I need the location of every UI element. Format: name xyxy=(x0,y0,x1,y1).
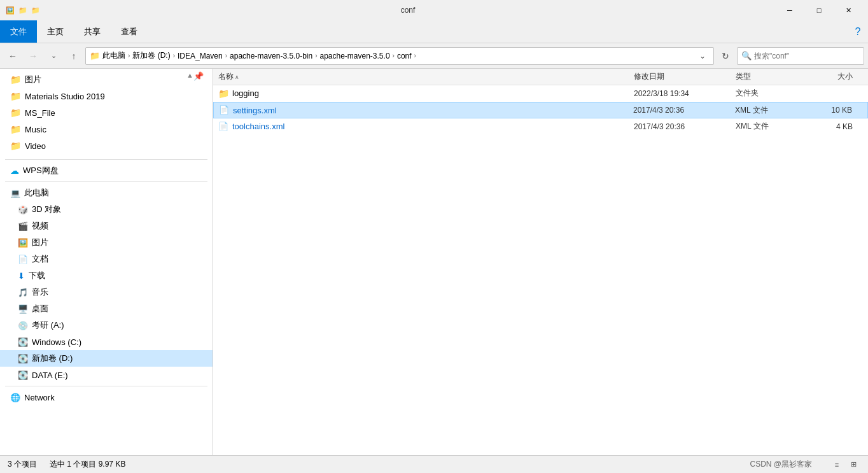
col-header-type[interactable]: 类型 xyxy=(736,71,812,82)
sidebar-item-materials-studio[interactable]: 📁 Materials Studio 2019 xyxy=(0,88,213,104)
large-icons-button[interactable]: ⊞ xyxy=(846,458,860,472)
search-box[interactable]: 🔍 xyxy=(737,47,864,65)
file-name-toolchains-xml: toolchains.xml xyxy=(232,122,634,131)
tab-view[interactable]: 查看 xyxy=(111,20,148,43)
cloud-icon: ☁ xyxy=(10,166,19,176)
download-icon: ⬇ xyxy=(18,271,25,281)
sidebar-item-label: 音乐 xyxy=(32,286,48,298)
file-name-logging: logging xyxy=(232,88,634,98)
file-type-settings-xml: XML 文件 xyxy=(735,105,811,116)
tab-file[interactable]: 文件 xyxy=(0,20,37,43)
sidebar-item-video[interactable]: 🎬 视频 xyxy=(0,218,213,234)
sidebar-item-drive-c[interactable]: 💽 Windows (C:) xyxy=(0,334,213,350)
window-title: conf xyxy=(45,6,771,15)
sidebar-item-label: 视频 xyxy=(32,220,48,232)
address-bar[interactable]: 📁 此电脑 › 新加卷 (D:) › IDEA_Maven › apache-m… xyxy=(85,47,714,65)
recent-button[interactable]: ⌄ xyxy=(45,47,62,65)
sidebar-item-docs[interactable]: 📄 文档 xyxy=(0,251,213,267)
watermark: CSDN @黑衫客家 xyxy=(750,459,812,470)
sidebar-item-desktop[interactable]: 🖥️ 桌面 xyxy=(0,300,213,317)
title-bar-icons: 🖼️ 📁 📁 xyxy=(5,5,41,15)
folder-icon: 📁 xyxy=(10,141,21,151)
file-size-toolchains-xml: 4 KB xyxy=(812,122,863,131)
col-header-date[interactable]: 修改日期 xyxy=(634,71,736,82)
sidebar-item-drive-a[interactable]: 💿 考研 (A:) xyxy=(0,317,213,334)
address-folder-icon: 📁 xyxy=(90,51,100,60)
file-type-toolchains-xml: XML 文件 xyxy=(736,121,812,132)
file-row-settings-xml[interactable]: 📄 settings.xml 2017/4/3 20:36 XML 文件 10 … xyxy=(213,102,868,118)
file-list-header: 名称 ∧ 修改日期 类型 大小 xyxy=(213,69,868,85)
file-row-toolchains-xml[interactable]: 📄 toolchains.xml 2017/4/3 20:36 XML 文件 4… xyxy=(213,118,868,135)
title-bar: 🖼️ 📁 📁 conf ─ □ ✕ xyxy=(0,0,868,20)
file-name-settings-xml: settings.xml xyxy=(233,106,633,115)
address-chevron-5: › xyxy=(393,52,395,59)
title-icon-3: 📁 xyxy=(31,5,41,15)
sidebar-item-wps[interactable]: ☁ WPS网盘 xyxy=(0,162,213,179)
back-button[interactable]: ← xyxy=(4,47,22,65)
drive-icon: 💽 xyxy=(18,371,28,380)
refresh-button[interactable]: ↻ xyxy=(717,47,734,65)
details-view-button[interactable]: ≡ xyxy=(830,458,844,472)
forward-button[interactable]: → xyxy=(24,47,42,65)
folder-icon: 📁 xyxy=(10,91,21,101)
sidebar-item-3d[interactable]: 🎲 3D 对象 xyxy=(0,201,213,218)
address-segment-bin[interactable]: apache-maven-3.5.0-bin xyxy=(230,52,312,60)
network-icon: 🌐 xyxy=(10,393,20,402)
sidebar: 📌 ▲ 📁 图片 📁 Materials Studio 2019 📁 MS_Fi… xyxy=(0,69,213,455)
help-button[interactable]: ? xyxy=(848,20,868,43)
minimize-button[interactable]: ─ xyxy=(775,0,804,20)
sidebar-item-this-pc[interactable]: 💻 此电脑 xyxy=(0,185,213,201)
address-chevron-3: › xyxy=(225,52,227,59)
selected-info: 选中 1 个项目 9.97 KB xyxy=(50,459,125,470)
address-segment-350[interactable]: apache-maven-3.5.0 xyxy=(319,52,389,60)
col-header-name[interactable]: 名称 ∧ xyxy=(218,71,634,82)
file-type-logging: 文件夹 xyxy=(736,88,812,99)
address-dropdown-button[interactable]: ⌄ xyxy=(696,49,710,63)
sidebar-item-drive-e[interactable]: 💽 DATA (E:) xyxy=(0,367,213,383)
tab-share[interactable]: 共享 xyxy=(74,20,111,43)
sidebar-item-music[interactable]: 🎵 音乐 xyxy=(0,284,213,300)
up-button[interactable]: ↑ xyxy=(65,47,83,65)
sidebar-item-pictures[interactable]: 📁 图片 xyxy=(0,71,213,88)
toolbar: ← → ⌄ ↑ 📁 此电脑 › 新加卷 (D:) › IDEA_Maven › … xyxy=(0,43,868,69)
sidebar-item-drive-d[interactable]: 💽 新加卷 (D:) xyxy=(0,350,213,367)
sidebar-item-label: WPS网盘 xyxy=(23,165,59,176)
sidebar-item-pictures-pc[interactable]: 🖼️ 图片 xyxy=(0,234,213,251)
sidebar-item-label: 3D 对象 xyxy=(32,204,61,215)
maximize-button[interactable]: □ xyxy=(804,0,834,20)
sidebar-item-video-folder[interactable]: 📁 Video xyxy=(0,138,213,154)
sidebar-item-network[interactable]: 🌐 Network xyxy=(0,389,213,406)
sidebar-item-downloads[interactable]: ⬇ 下载 xyxy=(0,267,213,284)
sidebar-pin-icon[interactable]: 📌 xyxy=(193,71,204,81)
sidebar-item-label: 此电脑 xyxy=(24,187,49,199)
3d-icon: 🎲 xyxy=(18,205,28,215)
file-date-logging: 2022/3/18 19:34 xyxy=(634,89,736,98)
sidebar-collapse-icon[interactable]: ▲ xyxy=(186,71,193,79)
close-button[interactable]: ✕ xyxy=(834,0,863,20)
search-input[interactable] xyxy=(754,52,843,60)
col-header-size[interactable]: 大小 xyxy=(812,71,863,82)
sort-arrow-name: ∧ xyxy=(235,74,239,80)
tab-home[interactable]: 主页 xyxy=(37,20,74,43)
address-segment-d[interactable]: 新加卷 (D:) xyxy=(132,50,170,61)
pc-icon: 💻 xyxy=(10,188,20,198)
view-controls: ≡ ⊞ xyxy=(830,458,860,472)
drive-icon: 💽 xyxy=(18,354,28,364)
desktop-icon: 🖥️ xyxy=(18,304,28,314)
sidebar-item-label: 图片 xyxy=(25,74,41,85)
file-row-logging[interactable]: 📁 logging 2022/3/18 19:34 文件夹 xyxy=(213,85,868,102)
address-chevron-4: › xyxy=(315,52,317,59)
address-segment-conf[interactable]: conf xyxy=(397,52,412,60)
sidebar-item-label: MS_File xyxy=(25,108,55,118)
sidebar-item-music-folder[interactable]: 📁 Music xyxy=(0,121,213,138)
address-segment-maven[interactable]: IDEA_Maven xyxy=(178,52,223,60)
divider-1 xyxy=(5,159,207,160)
file-date-toolchains-xml: 2017/4/3 20:36 xyxy=(634,122,736,131)
address-chevron-1: › xyxy=(128,52,130,59)
address-segment-pc[interactable]: 此电脑 xyxy=(102,50,125,61)
sidebar-item-label: 图片 xyxy=(32,237,48,248)
sidebar-item-label: Network xyxy=(24,393,55,402)
address-chevron-6: › xyxy=(414,52,416,59)
sidebar-item-label: 考研 (A:) xyxy=(32,320,64,331)
sidebar-item-ms-file[interactable]: 📁 MS_File xyxy=(0,104,213,121)
